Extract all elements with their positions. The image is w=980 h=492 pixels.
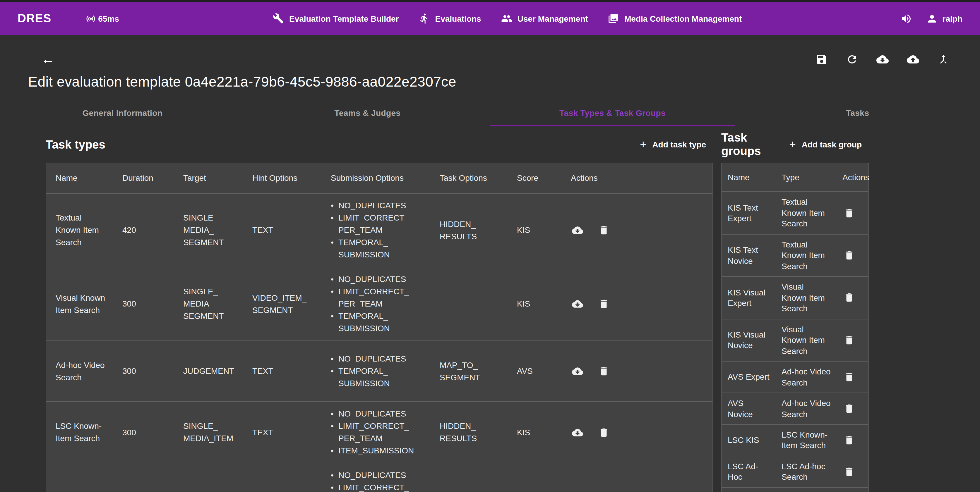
task-groups-header: Task groups + Add task group: [721, 126, 869, 163]
add-task-type-button[interactable]: + Add task type: [634, 135, 712, 154]
cloud-upload-icon: [907, 53, 919, 65]
task-types-table: NameDurationTargetHint OptionsSubmission…: [46, 163, 713, 492]
export-task-type-button[interactable]: [571, 425, 584, 439]
task-group-actions: [837, 244, 868, 267]
delete-icon: [843, 466, 855, 478]
tab-general-information[interactable]: General Information: [0, 100, 245, 126]
delete-task-type-button[interactable]: [597, 297, 611, 311]
task-group-name: KIS Visual Expert: [722, 282, 776, 313]
task-group-name: KIS Text Expert: [722, 197, 776, 229]
task-group-type: Visual Known Item Search: [776, 277, 837, 319]
task-type-hint-options: TEXT: [244, 218, 323, 242]
signal-icon: [85, 13, 96, 24]
task-type-task-options: HIDDEN_​RESULTS: [431, 212, 509, 248]
task-type-row: Textual Known Item Search420SINGLE_​MEDI…: [46, 194, 713, 267]
refresh-icon: [846, 53, 858, 65]
delete-task-group-button[interactable]: [842, 333, 856, 347]
column-header-type: Type: [776, 163, 837, 192]
tab-tasks[interactable]: Tasks: [735, 100, 980, 126]
submission-option: LIMIT_​CORRECT_​PER_​TEAM: [331, 212, 423, 236]
task-group-name: KIS Visual Novice: [722, 325, 776, 356]
task-types-title: Task types: [46, 138, 105, 151]
submission-option: NO_​DUPLICATES: [331, 469, 423, 481]
delete-task-group-button[interactable]: [842, 291, 856, 305]
delete-task-group-button[interactable]: [842, 370, 856, 384]
save-template-button[interactable]: [815, 52, 829, 67]
people-icon: [501, 13, 512, 24]
task-group-name: AVS Novice: [722, 393, 776, 424]
nav-user-management[interactable]: User Management: [495, 8, 594, 29]
delete-icon: [843, 335, 855, 346]
add-task-type-label: Add task type: [652, 140, 706, 149]
task-type-score: KIS: [509, 421, 563, 444]
task-type-row: LSC Known-Item Search300SINGLE_​MEDIA_​I…: [46, 402, 713, 463]
nav-media-collection-management[interactable]: Media Collection Management: [602, 8, 748, 29]
user-menu-button[interactable]: ralph: [923, 8, 966, 29]
delete-icon: [843, 403, 855, 414]
task-type-actions: [563, 359, 713, 384]
add-task-group-label: Add task group: [802, 140, 862, 149]
column-header-name: Name: [722, 163, 776, 192]
add-task-group-button[interactable]: + Add task group: [783, 135, 868, 154]
volume-button[interactable]: [896, 8, 917, 29]
column-header-duration: Duration: [114, 163, 175, 193]
refresh-button[interactable]: [845, 52, 859, 67]
task-group-type: Ad-hoc Video Search: [776, 362, 837, 392]
task-group-name: LSC KIS: [722, 430, 776, 450]
task-type-task-options: HIDDEN_​RESULTS: [431, 414, 509, 451]
tab-bar: General Information Teams & Judges Task …: [0, 100, 980, 126]
task-groups-table-body: KIS Text ExpertTextual Known Item Search…: [722, 192, 868, 492]
delete-task-group-button[interactable]: [842, 433, 856, 447]
nav-label: Media Collection Management: [624, 14, 742, 23]
task-groups-table: NameTypeActions KIS Text ExpertTextual K…: [721, 163, 869, 492]
delete-task-type-button[interactable]: [597, 224, 611, 237]
delete-task-group-button[interactable]: [842, 402, 856, 415]
nav-label: Evaluation Template Builder: [289, 14, 399, 23]
delete-task-group-button[interactable]: [842, 249, 856, 262]
task-type-name: LSC Known-Item Search: [46, 414, 114, 451]
task-type-duration: 300: [114, 359, 175, 383]
download-template-button[interactable]: [875, 52, 890, 67]
plus-icon: +: [789, 140, 795, 149]
task-type-task-options: MAP_​TO_​SEGMENT: [431, 353, 509, 389]
person-icon: [926, 13, 938, 24]
cloud-download-icon: [572, 298, 583, 309]
task-group-actions: [837, 202, 868, 224]
template-actions: [815, 52, 951, 67]
delete-task-type-button[interactable]: [597, 425, 611, 439]
top-bar: DRES 65ms Evaluation Template Builder Ev…: [0, 0, 980, 35]
task-type-submission-options: NO_​DUPLICATESTEMPORAL_​SUBMISSION: [323, 347, 431, 395]
export-task-type-button[interactable]: [571, 297, 584, 311]
nav-evaluations[interactable]: Evaluations: [413, 8, 487, 29]
task-type-row: Visual Known Item Search300SINGLE_​MEDIA…: [46, 267, 713, 341]
task-groups-table-header: NameTypeActions: [722, 163, 868, 192]
column-header-actions: Actions: [837, 163, 875, 192]
cloud-download-icon: [572, 427, 583, 438]
task-types-header: Task types + Add task type: [46, 126, 713, 163]
media-collection-icon: [608, 13, 619, 24]
username: ralph: [943, 14, 963, 23]
submission-option: TEMPORAL_​SUBMISSION: [331, 236, 423, 261]
delete-task-group-button[interactable]: [842, 465, 856, 479]
delete-icon: [598, 225, 609, 236]
task-type-score: AVS: [509, 359, 563, 383]
tab-teams-judges[interactable]: Teams & Judges: [245, 100, 490, 126]
export-task-type-button[interactable]: [571, 224, 584, 237]
task-type-actions: [563, 420, 713, 445]
nav-evaluation-template-builder[interactable]: Evaluation Template Builder: [267, 8, 404, 29]
submission-option: ITEM_​SUBMISSION: [331, 444, 423, 457]
upload-template-button[interactable]: [906, 52, 920, 67]
back-button[interactable]: ←: [36, 50, 60, 68]
delete-task-group-button[interactable]: [842, 206, 856, 220]
tab-task-types-task-groups[interactable]: Task Types & Task Groups: [490, 100, 735, 126]
column-header-score: Score: [509, 163, 563, 193]
cloud-download-icon: [572, 366, 583, 377]
export-task-type-button[interactable]: [571, 365, 584, 378]
delete-task-type-button[interactable]: [597, 365, 611, 378]
task-group-row: KIS Text ExpertTextual Known Item Search: [722, 192, 868, 235]
task-group-actions: [837, 460, 868, 483]
merge-button[interactable]: [936, 52, 951, 67]
dres-app: DRES 65ms Evaluation Template Builder Ev…: [0, 0, 980, 492]
task-group-row: KIS Text NoviceTextual Known Item Search: [722, 235, 868, 277]
task-type-name: Textual Known Item Search: [46, 206, 114, 254]
